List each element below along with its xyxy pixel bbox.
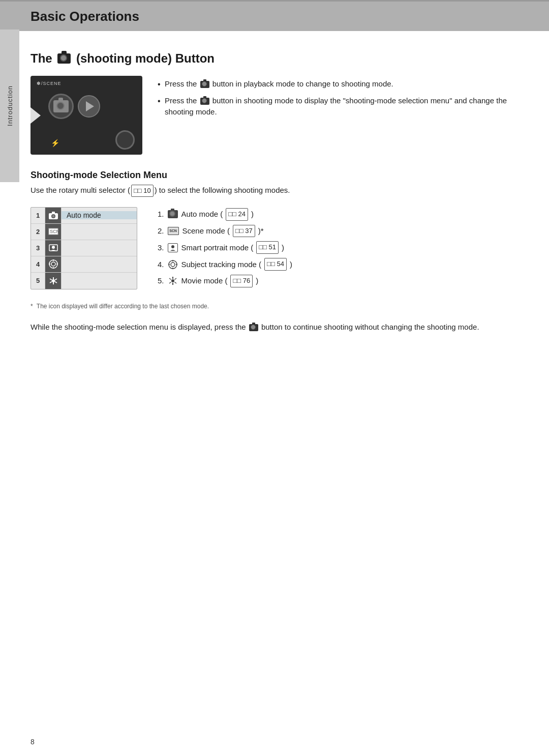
page-number: 8 bbox=[30, 738, 35, 746]
svg-text:SCN: SCN bbox=[50, 229, 58, 234]
ref-54: □□ 54 bbox=[264, 258, 287, 271]
menu-row-1: 1 Auto mode bbox=[31, 208, 137, 224]
svg-point-7 bbox=[52, 246, 55, 249]
intro-section: ✽/SCENE bbox=[30, 76, 518, 155]
svg-line-32 bbox=[174, 282, 176, 284]
mode-item-3: 3. Smart portrait mode (□□ 51) bbox=[158, 241, 518, 254]
menu-row-4-icon bbox=[45, 256, 62, 272]
bottom-paragraph: While the shooting-mode selection menu i… bbox=[30, 321, 518, 333]
top-banner: Basic Operations bbox=[0, 2, 549, 31]
menu-row-2: 2 SCN bbox=[31, 224, 137, 240]
ref-24: □□ 24 bbox=[226, 208, 248, 221]
svg-point-28 bbox=[171, 279, 174, 282]
menu-row-4: 4 bbox=[31, 256, 137, 273]
svg-point-14 bbox=[52, 279, 55, 282]
menu-diagram: 1 Auto mode 2 bbox=[30, 207, 137, 289]
shooting-mode-heading: The (shooting mode) Button bbox=[30, 51, 215, 66]
footnote: * The icon displayed will differ accordi… bbox=[30, 302, 518, 311]
ref-10: □□ 10 bbox=[131, 185, 154, 197]
mode-item-4: 4. Subject track bbox=[158, 258, 518, 271]
shooting-mode-heading-post: (shooting mode) Button bbox=[76, 51, 215, 65]
svg-line-34 bbox=[174, 278, 176, 280]
main-content: The (shooting mode) Button ✽/SCENE bbox=[0, 31, 549, 354]
section-title: Basic Operations bbox=[30, 9, 139, 24]
menu-row-3-icon bbox=[45, 240, 62, 256]
mode-list-area: 1. Auto mode (□□ 24) 2. SCN Scene mode (… bbox=[158, 207, 518, 292]
svg-line-20 bbox=[55, 279, 57, 280]
svg-point-22 bbox=[169, 260, 177, 269]
svg-line-31 bbox=[169, 278, 171, 280]
page-container: Basic Operations Introduction The (shoot… bbox=[0, 0, 549, 756]
svg-line-17 bbox=[50, 279, 52, 280]
camera-image: ✽/SCENE bbox=[30, 76, 142, 155]
svg-point-23 bbox=[171, 263, 175, 267]
mode-list: 1. Auto mode (□□ 24) 2. SCN Scene mode (… bbox=[158, 208, 518, 287]
menu-row-3: 3 bbox=[31, 240, 137, 256]
menu-row-2-icon: SCN bbox=[45, 224, 62, 240]
mode-item-2: 2. SCN Scene mode (□□ 37)* bbox=[158, 225, 518, 238]
subsection-heading: Shooting-mode Selection Menu bbox=[30, 170, 518, 181]
ref-51: □□ 51 bbox=[256, 241, 279, 254]
svg-line-18 bbox=[55, 281, 57, 283]
menu-row-1-icon bbox=[45, 208, 62, 223]
mode-item-5: 5. bbox=[158, 275, 518, 287]
svg-point-8 bbox=[49, 260, 57, 268]
menu-row-1-label: Auto mode bbox=[62, 211, 137, 219]
ref-76: □□ 76 bbox=[230, 275, 253, 287]
svg-point-3 bbox=[52, 215, 54, 218]
svg-point-21 bbox=[171, 245, 174, 248]
section-header: The (shooting mode) Button bbox=[30, 51, 518, 66]
svg-line-19 bbox=[50, 281, 52, 283]
bullet-points-area: Press the button in playback mode to cha… bbox=[158, 76, 518, 155]
ref-37: □□ 37 bbox=[233, 225, 255, 238]
mode-item-1: 1. Auto mode (□□ 24) bbox=[158, 208, 518, 221]
svg-point-9 bbox=[51, 262, 55, 266]
menu-row-5-icon bbox=[45, 273, 62, 289]
menu-diagram-area: 1 Auto mode 2 bbox=[30, 207, 518, 292]
bullet-item-1: Press the button in playback mode to cha… bbox=[158, 78, 518, 90]
sidebar-label: Introduction bbox=[6, 85, 14, 126]
footnote-area: * The icon displayed will differ accordi… bbox=[30, 302, 518, 311]
rotary-text: Use the rotary multi selector (□□ 10) to… bbox=[30, 185, 518, 197]
sidebar: Introduction bbox=[0, 30, 19, 182]
bullet-list: Press the button in playback mode to cha… bbox=[158, 78, 518, 118]
menu-row-5: 5 bbox=[31, 273, 137, 289]
bullet-item-2: Press the button in shooting mode to dis… bbox=[158, 95, 518, 118]
svg-rect-1 bbox=[52, 212, 55, 214]
svg-line-33 bbox=[169, 282, 171, 284]
